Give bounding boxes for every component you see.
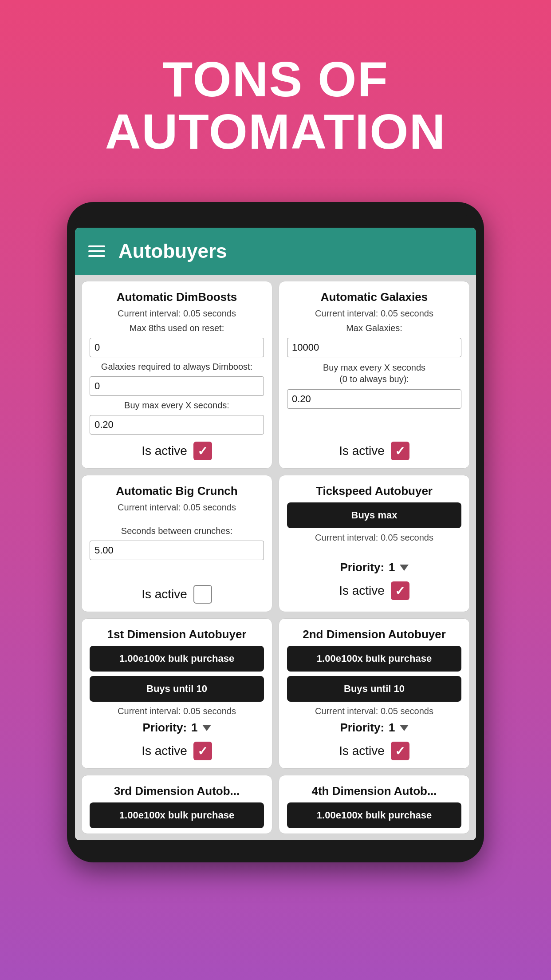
field-input-2[interactable] <box>90 415 264 435</box>
field-label-0: Max 8ths used on reset: <box>90 323 264 333</box>
field-label-0: Max Galaxies: <box>287 323 461 333</box>
card-title: Automatic DimBoosts <box>90 290 264 304</box>
card-auto-galaxies: Automatic Galaxies Current interval: 0.0… <box>279 281 470 469</box>
card-title: 4th Dimension Autob... <box>287 784 461 798</box>
card-interval: Current interval: 0.05 seconds <box>90 706 264 716</box>
card-auto-big-crunch: Automatic Big Crunch Current interval: 0… <box>81 475 272 612</box>
card-title: Tickspeed Autobuyer <box>287 484 461 498</box>
is-active-label: Is active <box>142 444 187 458</box>
app-screen: Autobuyers Automatic DimBoosts Current i… <box>75 228 476 840</box>
card-auto-dimboosts: Automatic DimBoosts Current interval: 0.… <box>81 281 272 469</box>
field-label-2: Buy max every X seconds: <box>90 400 264 411</box>
cards-grid: Automatic DimBoosts Current interval: 0.… <box>75 275 476 840</box>
card-tickspeed: Tickspeed Autobuyer Buys max Current int… <box>279 475 470 612</box>
priority-label: Priority: <box>142 721 187 735</box>
card-title: 1st Dimension Autobuyer <box>90 628 264 641</box>
card-interval: Current interval: 0.05 seconds <box>90 502 264 513</box>
bulk-purchase-button[interactable]: 1.00e100x bulk purchase <box>287 802 461 828</box>
spacer <box>90 565 264 578</box>
is-active-row: Is active <box>90 585 264 604</box>
field-input-0[interactable] <box>90 541 264 560</box>
is-active-label: Is active <box>339 744 385 758</box>
buys-until-button[interactable]: Buys until 10 <box>90 676 264 702</box>
bulk-purchase-button[interactable]: 1.00e100x bulk purchase <box>90 646 264 672</box>
hero-section: TONS OF AUTOMATION <box>34 0 517 202</box>
card-4th-dimension: 4th Dimension Autob... 1.00e100x bulk pu… <box>279 775 470 834</box>
is-active-row: Is active <box>287 581 461 600</box>
is-active-checkbox[interactable] <box>193 742 212 760</box>
field-input-1[interactable] <box>287 389 461 409</box>
is-active-checkbox[interactable] <box>391 581 409 600</box>
buys-max-button[interactable]: Buys max <box>287 502 461 528</box>
is-active-row: Is active <box>287 742 461 760</box>
is-active-label: Is active <box>142 587 187 601</box>
hamburger-menu-button[interactable] <box>88 245 105 257</box>
bulk-purchase-button[interactable]: 1.00e100x bulk purchase <box>90 802 264 828</box>
priority-dropdown-icon[interactable] <box>202 725 211 731</box>
app-bar-title: Autobuyers <box>118 240 227 262</box>
card-2nd-dimension: 2nd Dimension Autobuyer 1.00e100x bulk p… <box>279 618 470 769</box>
field-input-0[interactable] <box>90 338 264 357</box>
card-title: 3rd Dimension Autob... <box>90 784 264 798</box>
is-active-row: Is active <box>287 442 461 460</box>
priority-dropdown-icon[interactable] <box>400 725 409 731</box>
card-interval: Current interval: 0.05 seconds <box>287 533 461 543</box>
field-label-0: Seconds between crunches: <box>90 526 264 536</box>
field-label-1: Galaxies required to always Dimboost: <box>90 362 264 372</box>
field-label-1: Buy max every X seconds(0 to always buy)… <box>287 362 461 385</box>
card-3rd-dimension: 3rd Dimension Autob... 1.00e100x bulk pu… <box>81 775 272 834</box>
phone-notch <box>75 215 476 228</box>
is-active-checkbox[interactable] <box>193 585 212 604</box>
priority-row: Priority: 1 <box>287 721 461 735</box>
priority-value: 1 <box>389 721 395 735</box>
hero-title: TONS OF AUTOMATION <box>70 27 482 180</box>
field-input-1[interactable] <box>90 376 264 396</box>
spacer <box>90 517 264 522</box>
priority-dropdown-icon[interactable] <box>400 565 409 571</box>
is-active-checkbox[interactable] <box>193 442 212 460</box>
buys-until-button[interactable]: Buys until 10 <box>287 676 461 702</box>
priority-label: Priority: <box>340 561 384 574</box>
app-bar: Autobuyers <box>75 228 476 275</box>
bulk-purchase-button[interactable]: 1.00e100x bulk purchase <box>287 646 461 672</box>
is-active-label: Is active <box>142 744 187 758</box>
card-title: 2nd Dimension Autobuyer <box>287 628 461 641</box>
is-active-checkbox[interactable] <box>391 742 409 760</box>
is-active-row: Is active <box>90 742 264 760</box>
priority-row: Priority: 1 <box>90 721 264 735</box>
card-title: Automatic Galaxies <box>287 290 461 304</box>
is-active-row: Is active <box>90 442 264 460</box>
is-active-label: Is active <box>339 584 385 598</box>
priority-value: 1 <box>191 721 197 735</box>
card-interval: Current interval: 0.05 seconds <box>287 308 461 319</box>
priority-value: 1 <box>389 561 395 574</box>
phone-device: Autobuyers Automatic DimBoosts Current i… <box>67 202 484 862</box>
card-title: Automatic Big Crunch <box>90 484 264 498</box>
card-1st-dimension: 1st Dimension Autobuyer 1.00e100x bulk p… <box>81 618 272 769</box>
spacer <box>287 547 461 556</box>
is-active-checkbox[interactable] <box>391 442 409 460</box>
is-active-label: Is active <box>339 444 385 458</box>
card-interval: Current interval: 0.05 seconds <box>90 308 264 319</box>
field-input-0[interactable] <box>287 338 461 357</box>
priority-row: Priority: 1 <box>287 561 461 574</box>
card-interval: Current interval: 0.05 seconds <box>287 706 461 716</box>
priority-label: Priority: <box>340 721 384 735</box>
